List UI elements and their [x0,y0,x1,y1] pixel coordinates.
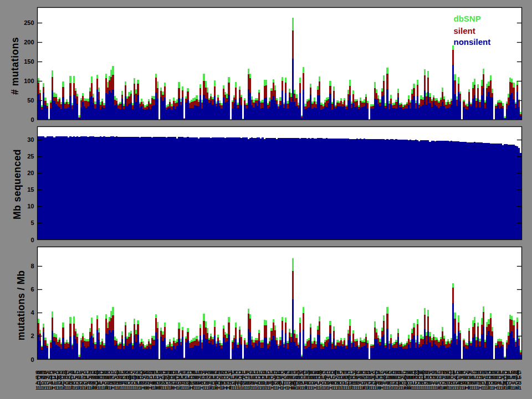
svg-text:nonsilent: nonsilent [454,37,491,47]
svg-text:1111t111IH11t1il111ll1t1lI1l1i: 1111t111IH11t1il111ll1t1lI1l1iI11illtlt1… [35,385,521,391]
svg-text:# mutations: # mutations [9,37,21,95]
svg-text:100: 100 [24,78,34,84]
svg-text:6: 6 [30,286,34,293]
svg-text:50: 50 [27,97,34,104]
svg-text:dbSNP: dbSNP [454,14,481,23]
svg-text:0: 0 [30,237,34,243]
svg-text:25: 25 [27,153,34,160]
svg-text:5: 5 [30,219,34,226]
svg-text:250: 250 [24,19,34,26]
svg-text:2: 2 [30,332,34,339]
svg-text:0: 0 [30,116,34,123]
svg-text:30: 30 [27,136,34,143]
svg-text:4: 4 [30,309,34,316]
svg-text:20: 20 [27,170,34,176]
svg-text:150: 150 [24,58,34,65]
svg-text:10: 10 [27,203,34,209]
svg-text:Mb sequenced: Mb sequenced [12,149,23,219]
svg-text:200: 200 [24,39,34,45]
svg-text:0: 0 [30,356,34,363]
svg-text:8: 8 [30,263,34,269]
svg-text:15: 15 [27,186,34,193]
svg-text:silent: silent [454,26,475,35]
svg-text:mutations / Mb: mutations / Mb [16,270,27,340]
